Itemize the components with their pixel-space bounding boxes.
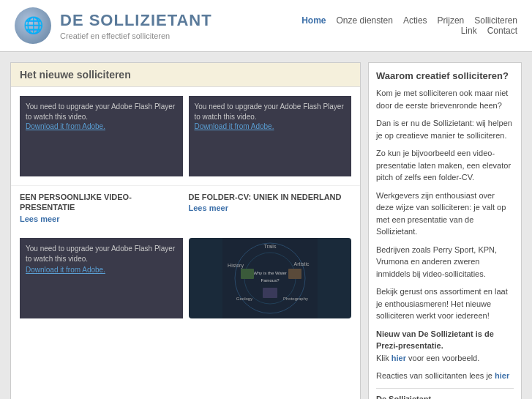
item1-link[interactable]: Lees meer <box>20 215 183 223</box>
sidebar-reacties: Reacties van sollicitanten lees je hier <box>376 370 514 382</box>
video-box-2: You need to upgrade your Adobe Flash Pla… <box>189 96 352 176</box>
nav-item-solliciteren[interactable]: Solliciteren <box>474 15 517 26</box>
sidebar-reacties-text: Reacties van sollicitanten lees je <box>376 371 495 380</box>
nav-item-prijzen[interactable]: Prijzen <box>438 15 465 26</box>
item-block-1: EEN PERSOONLIJKE VIDEO-PRESENTATIE Lees … <box>17 189 186 229</box>
sidebar-voor: voor een voorbeeld. <box>406 354 479 362</box>
sidebar-divider <box>376 388 514 389</box>
site-tagline: Creatief en effectief solliciteren <box>60 31 212 40</box>
svg-text:Trails: Trails <box>263 244 276 249</box>
prezi-image-container: Trails Artistic Photography Geology Hist… <box>189 238 352 318</box>
main-content: Het nieuwe solliciteren You need to upgr… <box>10 62 361 399</box>
items-section: EEN PERSOONLIJKE VIDEO-PRESENTATIE Lees … <box>11 186 360 232</box>
sidebar: Waarom creatief solliciteren? Kom je met… <box>368 62 522 399</box>
item2-link[interactable]: Lees meer <box>189 204 352 212</box>
video1-download-link[interactable]: Download it from Adobe. <box>26 122 177 130</box>
video-box-1: You need to upgrade your Adobe Flash Pla… <box>20 96 183 176</box>
site-title: DE SOLLIZIETANT <box>60 11 212 30</box>
sidebar-klik: Klik <box>376 354 391 362</box>
sidebar-para-4: Werkgevers zijn enthousiast over deze wi… <box>376 190 514 238</box>
sidebar-section: Waarom creatief solliciteren? Kom je met… <box>368 62 522 399</box>
video-box-3: You need to upgrade your Adobe Flash Pla… <box>20 238 183 318</box>
header: 🌐 DE SOLLIZIETANT Creatief en effectief … <box>0 0 532 52</box>
svg-text:Famous?: Famous? <box>261 278 280 283</box>
video1-text: You need to upgrade your Adobe Flash Pla… <box>26 102 177 122</box>
video-grid: You need to upgrade your Adobe Flash Pla… <box>11 87 360 186</box>
nav-item-contact[interactable]: Contact <box>487 26 517 36</box>
sidebar-prezi-note: Nieuw van De Sollizietant is de Prezi-pr… <box>376 328 514 365</box>
logo-text: DE SOLLIZIETANT Creatief en effectief so… <box>60 11 212 40</box>
main-heading: Het nieuwe solliciteren <box>11 63 360 87</box>
sidebar-para-1: Kom je met solliciteren ook maar niet do… <box>376 87 514 111</box>
svg-rect-11 <box>288 269 301 279</box>
logo-area: 🌐 DE SOLLIZIETANT Creatief en effectief … <box>15 7 212 44</box>
nav-item-home[interactable]: Home <box>301 15 326 26</box>
sidebar-para-6: Bekijk gerust ons assortiment en laat je… <box>376 286 514 322</box>
svg-rect-10 <box>241 269 254 279</box>
video3-text: You need to upgrade your Adobe Flash Pla… <box>26 244 177 264</box>
sidebar-para-2: Dan is er nu de Sollizietant: wij helpen… <box>376 117 514 141</box>
item1-title: EEN PERSOONLIJKE VIDEO-PRESENTATIE <box>20 192 183 213</box>
globe-icon: 🌐 <box>15 7 51 44</box>
content-wrapper: Het nieuwe solliciteren You need to upgr… <box>0 52 532 399</box>
sidebar-bottom-text: De Sollizietant <box>376 393 514 400</box>
nav-item-acties[interactable]: Acties <box>403 15 427 26</box>
nav-item-link[interactable]: Link <box>461 26 477 36</box>
prezi-svg: Trails Artistic Photography Geology Hist… <box>222 238 318 318</box>
nav-item-onze-diensten[interactable]: Onze diensten <box>337 15 393 26</box>
video2-download-link[interactable]: Download it from Adobe. <box>195 122 346 130</box>
svg-text:Artistic: Artistic <box>293 261 310 266</box>
svg-text:Photography: Photography <box>283 297 308 301</box>
second-row: You need to upgrade your Adobe Flash Pla… <box>11 232 360 324</box>
video3-download-link[interactable]: Download it from Adobe. <box>26 266 105 274</box>
sidebar-bold-text: Nieuw van De Sollizietant is de Prezi-pr… <box>376 329 494 351</box>
sidebar-para-3: Zo kun je bijvoorbeeld een video-present… <box>376 147 514 184</box>
svg-rect-12 <box>263 288 277 298</box>
svg-text:History: History <box>228 263 244 269</box>
item-block-2: DE FOLDER-CV: UNIEK IN NEDERLAND Lees me… <box>186 189 355 229</box>
main-nav: HomeOnze dienstenActiesPrijzenSolliciter… <box>298 15 517 36</box>
sidebar-hier-link[interactable]: hier <box>391 354 406 362</box>
svg-text:Why is the Water: Why is the Water <box>253 271 286 275</box>
sidebar-reacties-hier-link[interactable]: hier <box>495 371 509 380</box>
sidebar-para-5: Bedrijven zoals Perry Sport, KPN, Vrumon… <box>376 244 514 280</box>
svg-text:Geology: Geology <box>236 297 252 301</box>
item2-title: DE FOLDER-CV: UNIEK IN NEDERLAND <box>189 192 352 202</box>
video2-text: You need to upgrade your Adobe Flash Pla… <box>195 102 346 122</box>
sidebar-title: Waarom creatief solliciteren? <box>376 70 514 81</box>
